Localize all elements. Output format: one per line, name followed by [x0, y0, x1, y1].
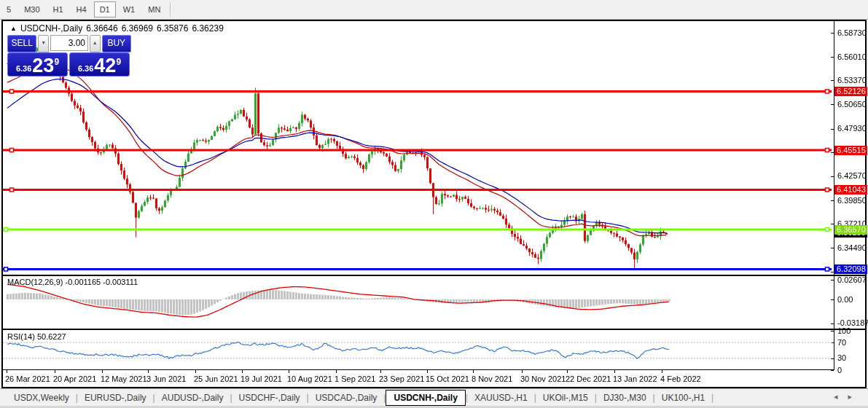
toolbar-separator — [170, 2, 171, 17]
rsi-axis-label: 70 — [837, 338, 868, 348]
timeframe-button-m30[interactable]: M30 — [18, 1, 45, 17]
timeframe-button-w1[interactable]: W1 — [117, 1, 141, 17]
buy-price[interactable]: 6.36 42 9 — [69, 52, 130, 76]
date-axis-label: 19 Jul 2021 — [241, 374, 282, 383]
date-axis-label: 15 Oct 2021 — [426, 374, 469, 383]
date-axis-label: 3 Jun 2021 — [146, 374, 186, 383]
tab-usdx-weekly[interactable]: USDX,Weekly — [7, 391, 76, 405]
price-tick-label: 6.39850 — [837, 196, 868, 205]
timeframe-button-5[interactable]: 5 — [1, 1, 17, 17]
collapse-icon[interactable]: ▲ — [10, 25, 17, 32]
price-tick-label: 6.56010 — [837, 52, 868, 62]
sell-price-prefix: 6.36 — [16, 64, 31, 73]
tab-uk100-h1[interactable]: UK100-,H1 — [655, 391, 711, 405]
price-chart-canvas — [3, 21, 865, 387]
price-tick-label: 6.34490 — [837, 243, 868, 253]
date-axis-label: 30 Nov 2021 — [520, 374, 566, 383]
buy-button[interactable]: BUY — [102, 35, 131, 52]
timeframe-button-mn[interactable]: MN — [142, 1, 166, 17]
timeframe-button-h4[interactable]: H4 — [71, 1, 93, 17]
tab-scroll-right-icon[interactable]: ▸ — [848, 392, 862, 401]
rsi-axis-label: 0 — [837, 366, 868, 375]
ohlc-close: 6.36239 — [192, 23, 223, 34]
price-line-label-red: 6.52126 — [834, 87, 867, 96]
macd-label: MACD(12,26,9) -0.001165 -0.003111 — [7, 278, 138, 286]
buy-price-sup: 9 — [116, 57, 121, 67]
price-line-label-red: 6.41043 — [834, 185, 867, 195]
tab-ukoil-m15[interactable]: UKOil-,M15 — [536, 391, 595, 405]
date-axis-label: 23 Sep 2021 — [379, 374, 424, 383]
sell-price-sup: 9 — [54, 57, 59, 67]
date-axis-label: 13 Jan 2022 — [613, 374, 657, 383]
timeframe-button-h1[interactable]: H1 — [47, 1, 69, 17]
price-tick-label: 6.50650 — [837, 100, 868, 109]
price-tick-label: 6.47930 — [837, 124, 868, 133]
tab-scroll-left-icon[interactable]: ◂ — [834, 392, 848, 401]
price-tick-label: 6.53370 — [837, 76, 868, 85]
ohlc-low: 6.35876 — [157, 23, 188, 34]
tab-scroll-arrows: ◂▸ — [834, 392, 862, 401]
tab-usdcad-daily[interactable]: USDCAD-,Daily — [309, 391, 384, 405]
ohlc-high: 6.36969 — [122, 23, 153, 34]
sell-price-big: 23 — [32, 56, 54, 75]
timeframe-button-d1[interactable]: D1 — [94, 1, 116, 17]
price-tick-label: 6.42570 — [837, 171, 868, 181]
chart-window: ▲ USDCNH-,Daily 6.36646 6.36969 6.35876 … — [1, 20, 867, 388]
buy-price-big: 42 — [94, 56, 116, 75]
date-axis-label: 20 Apr 2021 — [53, 374, 96, 383]
timeframe-toolbar: 5M30H1H4D1W1MN — [0, 0, 868, 20]
symbol-tab-bar: USDX,Weekly|EURUSD-,Daily|AUDUSD-,Daily|… — [0, 388, 868, 406]
date-axis-label: 4 Feb 2022 — [660, 374, 701, 383]
one-click-trade-panel: SELL ▼ ▲ BUY 6.36 23 9 6.36 42 9 — [7, 35, 131, 87]
rsi-axis-label: 100 — [837, 326, 868, 336]
volume-decrease-button[interactable]: ▼ — [38, 35, 49, 52]
ohlc-open: 6.36646 — [86, 23, 117, 34]
tab-xauusd-h1[interactable]: XAUUSD-,H1 — [468, 391, 534, 405]
sell-button[interactable]: SELL — [7, 35, 36, 52]
rsi-label: RSI(14) 50.6227 — [7, 332, 66, 341]
tab-dj30-m30[interactable]: DJ30-,M30 — [597, 391, 653, 405]
macd-axis-label: 0.02607 — [837, 275, 868, 285]
tab-usdchf-daily[interactable]: USDCHF-,Daily — [232, 391, 307, 405]
date-axis-label: 25 Jun 2021 — [194, 374, 238, 383]
buy-price-prefix: 6.36 — [78, 64, 93, 73]
tab-audusd-daily[interactable]: AUDUSD-,Daily — [155, 391, 230, 405]
symbol-label: USDCNH-,Daily — [20, 23, 82, 34]
date-axis-label: 1 Sep 2021 — [335, 374, 375, 383]
macd-axis-label: 0.00 — [837, 295, 868, 305]
date-axis-label: 12 May 2021 — [101, 374, 147, 383]
price-tick-label: 6.58730 — [837, 28, 868, 38]
date-axis-label: 22 Dec 2021 — [566, 374, 611, 383]
sell-price[interactable]: 6.36 23 9 — [7, 52, 68, 76]
tab-separator: | — [711, 393, 713, 403]
chart-header: ▲ USDCNH-,Daily 6.36646 6.36969 6.35876 … — [10, 23, 224, 34]
price-line-label-blue: 6.32098 — [834, 264, 867, 274]
volume-input[interactable] — [50, 35, 88, 51]
rsi-axis-label: 30 — [837, 353, 868, 363]
date-axis-label: 8 Nov 2021 — [472, 374, 512, 383]
tab-eurusd-daily[interactable]: EURUSD-,Daily — [78, 391, 153, 405]
date-axis-label: 10 Aug 2021 — [287, 374, 332, 383]
price-line-label-green: 6.36570 — [834, 225, 867, 235]
date-axis-label: 26 Mar 2021 — [5, 374, 50, 383]
price-line-label-red: 6.45515 — [834, 146, 867, 155]
tab-usdcnh-daily[interactable]: USDCNH-,Daily — [386, 390, 465, 406]
volume-increase-button[interactable]: ▲ — [90, 35, 101, 52]
